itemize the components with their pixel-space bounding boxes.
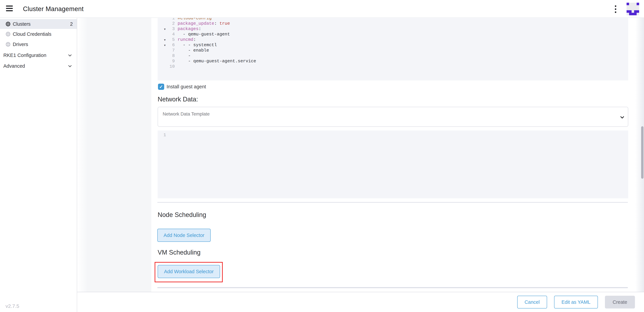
- avatar-identicon[interactable]: [626, 3, 639, 15]
- code-line: 1 #cloud-config: [158, 18, 628, 21]
- sidebar-item-clusters[interactable]: Clusters 2: [0, 19, 77, 29]
- code-line: 2 package_update: true: [158, 21, 628, 26]
- create-button[interactable]: Create: [605, 296, 635, 308]
- section-divider: [157, 202, 628, 203]
- cloud-config-yaml-editor[interactable]: 1 #cloud-config 2 package_update: true ▼…: [158, 18, 628, 80]
- sidebar-item-label: Cloud Credentials: [13, 31, 52, 37]
- code-line: ▼6 - - systemctl: [158, 42, 628, 48]
- fold-marker-icon[interactable]: ▼: [164, 38, 166, 43]
- checkbox-label: Install guest agent: [166, 84, 206, 89]
- network-data-heading: Network Data:: [158, 96, 198, 103]
- code-line: 10: [158, 64, 628, 69]
- code-line: ▼5 runcmd:: [158, 37, 628, 42]
- globe-icon: [5, 31, 11, 37]
- sidebar-item-count: 2: [70, 21, 73, 27]
- code-line: 8 -: [158, 53, 628, 58]
- globe-icon: [5, 21, 11, 27]
- section-divider: [157, 287, 628, 288]
- top-bar: Cluster Management: [0, 0, 644, 18]
- network-data-template-select[interactable]: Network Data Template: [158, 107, 628, 127]
- sidebar: Clusters 2 Cloud Credentials Drivers RKE…: [0, 18, 77, 312]
- checkbox-checked-icon: ✓: [158, 84, 164, 90]
- checkmark-icon: ✓: [159, 84, 163, 89]
- code-line: 7 - enable: [158, 48, 628, 53]
- fold-marker-icon[interactable]: ▼: [164, 27, 166, 32]
- network-data-editor[interactable]: 1: [158, 130, 628, 198]
- globe-icon: [5, 42, 11, 47]
- chevron-down-icon: [68, 53, 72, 58]
- sidebar-group-advanced[interactable]: Advanced: [0, 61, 77, 71]
- add-workload-selector-button[interactable]: Add Workload Selector: [158, 265, 220, 278]
- sidebar-group-label: RKE1 Configuration: [3, 53, 46, 58]
- version-label: v2.7.5: [6, 303, 19, 309]
- add-node-selector-button[interactable]: Add Node Selector: [157, 229, 211, 242]
- code-line: ▼3 packages:: [158, 26, 628, 32]
- install-guest-agent-checkbox[interactable]: ✓ Install guest agent: [158, 84, 206, 90]
- node-scheduling-heading: Node Scheduling: [158, 211, 206, 218]
- scrollbar-track[interactable]: [635, 18, 644, 312]
- cluster-management-app: Cluster Management Clusters 2: [0, 0, 644, 312]
- sidebar-item-label: Clusters: [13, 21, 30, 27]
- sidebar-item-drivers[interactable]: Drivers: [0, 40, 77, 49]
- sidebar-item-label: Drivers: [13, 42, 28, 47]
- code-line: 1: [158, 132, 628, 138]
- kebab-menu-icon[interactable]: [613, 4, 618, 14]
- cancel-button[interactable]: Cancel: [517, 296, 547, 308]
- chevron-down-icon: [619, 114, 625, 120]
- code-line: 9 - qemu-guest-agent.service: [158, 58, 628, 64]
- code-line: 4 - qemu-guest-agent: [158, 32, 628, 37]
- page-background-column: [78, 18, 151, 292]
- vm-scheduling-heading: VM Scheduling: [158, 249, 200, 256]
- page-title: Cluster Management: [23, 0, 84, 18]
- edit-as-yaml-button[interactable]: Edit as YAML: [554, 296, 598, 308]
- hamburger-menu-icon[interactable]: [6, 6, 13, 12]
- fold-marker-icon[interactable]: ▼: [164, 43, 166, 48]
- scrollbar-thumb[interactable]: [641, 126, 644, 179]
- action-bar: Cancel Edit as YAML Create: [77, 292, 644, 312]
- chevron-down-icon: [68, 63, 72, 69]
- sidebar-group-label: Advanced: [3, 63, 25, 69]
- sidebar-item-cloud-credentials[interactable]: Cloud Credentials: [0, 29, 77, 39]
- sidebar-group-rke1-configuration[interactable]: RKE1 Configuration: [0, 50, 77, 60]
- select-placeholder: Network Data Template: [163, 111, 210, 117]
